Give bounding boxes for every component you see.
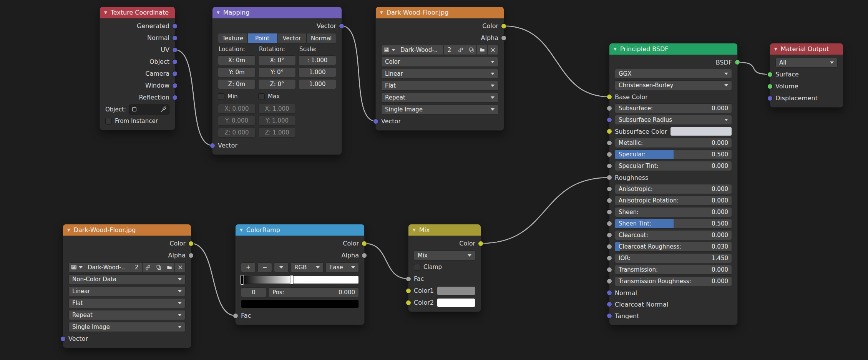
node-mapping[interactable]: ▼ Mapping Vector Texture Point Vector No…: [212, 7, 342, 155]
subsurface-color-swatch[interactable]: [670, 127, 732, 136]
collapse-icon[interactable]: ▼: [104, 10, 107, 15]
eyedropper-icon[interactable]: [161, 106, 166, 112]
window-output-socket[interactable]: [172, 83, 178, 88]
color-space-dropdown[interactable]: Non-Color Data: [68, 274, 186, 284]
interpolation-dropdown[interactable]: Linear: [381, 69, 498, 79]
collapse-icon[interactable]: ▼: [614, 47, 617, 51]
node-wire[interactable]: [504, 26, 609, 97]
scale-y-field[interactable]: 1.000: [299, 67, 336, 77]
color-output-socket[interactable]: [188, 241, 194, 246]
specular-tint-slider[interactable]: Specular Tint: 0.000: [615, 161, 732, 171]
source-dropdown[interactable]: Single Image: [68, 322, 186, 332]
normal-output-socket[interactable]: [172, 35, 178, 41]
type-button-normal[interactable]: Normal: [307, 33, 336, 43]
min-x-field[interactable]: X: 0.000: [218, 104, 256, 114]
min-y-field[interactable]: Y: 0.000: [218, 116, 256, 126]
stop-color-swatch[interactable]: [241, 300, 359, 308]
node-header[interactable]: ▼ Principled BSDF: [609, 43, 737, 55]
node-header[interactable]: ▼ Mapping: [212, 7, 342, 18]
fac-input-socket[interactable]: [233, 313, 238, 319]
location-z-field[interactable]: Z: 0m: [218, 79, 256, 89]
collapse-icon[interactable]: ▼: [67, 228, 70, 232]
displacement-input-socket[interactable]: [767, 96, 773, 101]
location-x-field[interactable]: X: 0m: [218, 55, 256, 65]
color-output-socket[interactable]: [478, 241, 483, 246]
interpolation-dropdown[interactable]: Ease: [325, 262, 359, 272]
fac-input-socket[interactable]: [406, 276, 411, 282]
node-wire[interactable]: [737, 62, 770, 75]
sheen-slider[interactable]: Sheen: 0.000: [615, 207, 732, 217]
sheen-tint-slider[interactable]: Sheen Tint: 0.500: [615, 219, 732, 229]
max-x-field[interactable]: X: 1.000: [258, 104, 296, 114]
color-mode-dropdown[interactable]: RGB: [290, 262, 324, 272]
node-wire[interactable]: [191, 244, 236, 316]
ior-input-socket[interactable]: [607, 255, 612, 261]
blend-type-dropdown[interactable]: Mix: [414, 251, 475, 260]
projection-dropdown[interactable]: Flat: [68, 298, 186, 308]
object-picker-field[interactable]: [129, 105, 169, 114]
add-stop-button[interactable]: +: [241, 262, 256, 272]
specular-slider[interactable]: Specular: 0.500: [615, 149, 732, 159]
unlink-icon[interactable]: [488, 45, 498, 55]
copy-icon[interactable]: [466, 45, 477, 55]
remove-stop-button[interactable]: −: [257, 262, 272, 272]
from-instancer-checkbox[interactable]: [105, 118, 112, 124]
node-header[interactable]: ▼ Texture Coordinate: [100, 7, 175, 18]
rotation-z-field[interactable]: Z: 0°: [258, 79, 296, 89]
folder-icon[interactable]: [164, 262, 175, 272]
min-z-field[interactable]: Z: 0.000: [218, 128, 256, 138]
gradient-bar[interactable]: [241, 276, 359, 284]
transmission-input-socket[interactable]: [607, 267, 612, 272]
fake-user-icon[interactable]: [143, 262, 153, 272]
subsurface-radius-dropdown[interactable]: Subsurface Radius: [615, 115, 732, 125]
scale-x-field[interactable]: : 1.000: [299, 55, 336, 65]
scale-z-field[interactable]: 1.000: [299, 79, 336, 89]
image-name-field[interactable]: Dark-Wood-..: [398, 45, 444, 55]
unlink-icon[interactable]: [175, 262, 186, 272]
extension-dropdown[interactable]: Repeat: [381, 93, 498, 103]
subsurface-input-socket[interactable]: [607, 106, 612, 111]
roughness-input-socket[interactable]: [607, 175, 612, 180]
camera-output-socket[interactable]: [172, 71, 178, 76]
node-editor[interactable]: ▼ Texture Coordinate Generated Normal UV…: [0, 0, 868, 360]
image-name-field[interactable]: Dark-Wood-..: [85, 262, 131, 272]
transmission-slider[interactable]: Transmission: 0.000: [615, 265, 732, 275]
sheen-input-socket[interactable]: [607, 209, 612, 215]
subsurface-method-dropdown[interactable]: Christensen-Burley: [615, 80, 732, 90]
node-mix[interactable]: ▼ Mix Color Mix Clamp Fac: [408, 224, 481, 312]
min-checkbox[interactable]: [218, 93, 224, 100]
clearcoat-normal-input-socket[interactable]: [607, 302, 612, 307]
anisotropic-input-socket[interactable]: [607, 186, 612, 192]
fake-user-icon[interactable]: [455, 45, 466, 55]
node-image-texture-bottom[interactable]: ▼ Dark-Wood-Floor.jpg Color Alpha Dark-W…: [63, 224, 191, 348]
anisotropic-slider[interactable]: Anisotropic: 0.000: [615, 184, 732, 194]
clearcoat-input-socket[interactable]: [607, 232, 612, 238]
users-count-button[interactable]: 2: [444, 45, 455, 55]
stop-position-field[interactable]: Pos: 0.000: [269, 287, 359, 297]
ramp-handle-1[interactable]: [290, 275, 294, 285]
color-output-socket[interactable]: [362, 241, 367, 246]
collapse-icon[interactable]: ▼: [380, 10, 383, 15]
color1-input-socket[interactable]: [406, 288, 411, 294]
clamp-checkbox[interactable]: [414, 264, 420, 270]
max-z-field[interactable]: Z: 1.000: [258, 128, 296, 138]
uv-output-socket[interactable]: [172, 47, 178, 53]
node-colorramp[interactable]: ▼ ColorRamp Color Alpha + − RGB: [235, 224, 365, 325]
bsdf-output-socket[interactable]: [735, 60, 740, 65]
reflection-output-socket[interactable]: [172, 95, 178, 100]
source-dropdown[interactable]: Single Image: [381, 105, 498, 114]
node-wire[interactable]: [364, 244, 408, 279]
color-space-dropdown[interactable]: Color: [381, 57, 498, 67]
vector-input-socket[interactable]: [60, 336, 66, 342]
node-wire[interactable]: [481, 178, 609, 244]
alpha-output-socket[interactable]: [188, 253, 194, 258]
ramp-handle-0[interactable]: [241, 275, 244, 285]
node-image-texture-top[interactable]: ▼ Dark-Wood-Floor.jpg Color Alpha Dark-W…: [375, 7, 504, 131]
normal-input-socket[interactable]: [607, 290, 612, 295]
clearcoat-roughness-input-socket[interactable]: [607, 244, 612, 249]
target-dropdown[interactable]: All: [775, 58, 838, 68]
node-header[interactable]: ▼ ColorRamp: [236, 224, 364, 236]
stop-index-field[interactable]: 0: [241, 287, 266, 297]
node-wire[interactable]: [342, 26, 376, 121]
copy-icon[interactable]: [153, 262, 164, 272]
